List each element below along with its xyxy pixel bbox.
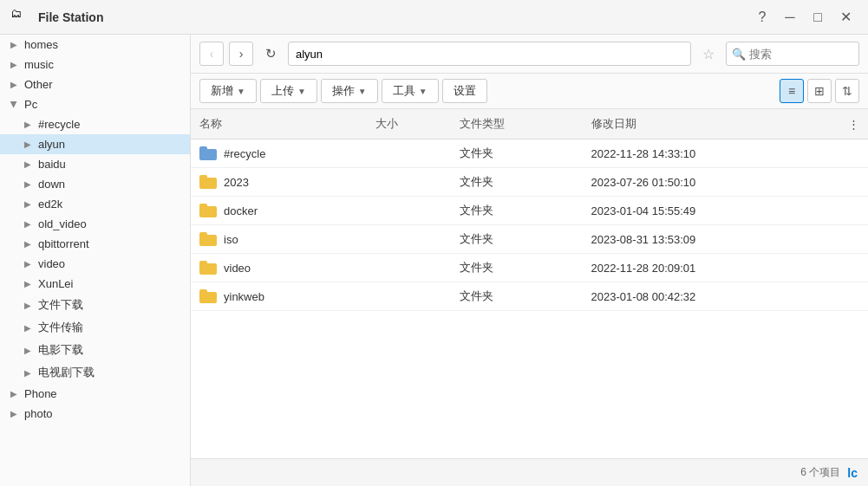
sidebar-item-baidu[interactable]: ▶baidu	[0, 154, 190, 174]
actionbar: 新增 ▼ 上传 ▼ 操作 ▼ 工具 ▼ 设置 ≡ ⊞ ⇅	[191, 74, 868, 109]
sidebar-label-qbittorrent: qbittorrent	[38, 237, 89, 250]
titlebar: 🗂 File Station ? ─ □ ✕	[0, 0, 868, 35]
maximize-button[interactable]: □	[806, 5, 830, 29]
file-table: 名称 大小 文件类型 修改日期 ⋮ #recycle文件夹2022-11-28 …	[191, 109, 868, 458]
sidebar-item-ed2k[interactable]: ▶ed2k	[0, 194, 190, 214]
tools-button[interactable]: 工具 ▼	[382, 79, 439, 103]
sidebar-label-pc: Pc	[24, 98, 37, 111]
sidebar-label-ed2k: ed2k	[38, 198, 62, 211]
file-date: 2022-11-28 14:33:10	[583, 139, 839, 168]
sidebar-label-old_video: old_video	[38, 217, 87, 230]
back-button[interactable]: ‹	[199, 42, 224, 66]
upload-label: 上传	[271, 83, 294, 99]
file-more-button[interactable]	[839, 254, 868, 282]
forward-button[interactable]: ›	[229, 42, 253, 66]
sort-button[interactable]: ⇅	[835, 79, 859, 103]
statusbar: 6 个项目 lc	[191, 458, 868, 486]
file-more-button[interactable]	[839, 282, 868, 311]
view-controls: ≡ ⊞ ⇅	[780, 79, 859, 103]
action-arrow: ▼	[358, 87, 367, 96]
close-button[interactable]: ✕	[833, 5, 858, 29]
col-type: 文件类型	[451, 109, 583, 139]
sidebar-item-old_video[interactable]: ▶old_video	[0, 214, 190, 234]
new-arrow: ▼	[237, 87, 245, 96]
sidebar-item-phone[interactable]: ▶Phone	[0, 384, 190, 404]
file-size	[367, 168, 451, 197]
action-button[interactable]: 操作 ▼	[321, 79, 378, 103]
new-button[interactable]: 新增 ▼	[199, 79, 257, 103]
file-more-button[interactable]	[839, 139, 868, 168]
sidebar-item-music[interactable]: ▶music	[0, 55, 190, 75]
sidebar-item-video[interactable]: ▶video	[0, 254, 190, 274]
sidebar-arrow-old_video: ▶	[21, 219, 35, 229]
sidebar-item-pc[interactable]: ▶Pc	[0, 94, 190, 114]
table-row[interactable]: docker文件夹2023-01-04 15:55:49	[191, 197, 868, 225]
file-more-button[interactable]	[839, 225, 868, 254]
sidebar-item-alyun[interactable]: ▶alyun	[0, 134, 190, 154]
bookmark-button[interactable]: ☆	[696, 42, 721, 66]
sidebar-item-filedown[interactable]: ▶文件下载	[0, 294, 190, 316]
window-controls: ? ─ □ ✕	[750, 5, 858, 29]
file-type: 文件夹	[451, 168, 583, 197]
new-label: 新增	[211, 83, 233, 99]
sidebar-arrow-filedown: ▶	[21, 301, 35, 310]
file-date: 2023-01-08 00:42:32	[583, 282, 839, 311]
action-label: 操作	[332, 83, 355, 99]
file-size	[367, 282, 451, 311]
refresh-button[interactable]: ↻	[258, 42, 283, 66]
search-box: 🔍	[726, 42, 859, 66]
help-button[interactable]: ?	[750, 5, 774, 29]
file-name: docker	[224, 204, 258, 217]
item-count: 6 个项目	[800, 465, 840, 480]
file-type: 文件夹	[451, 282, 583, 311]
sidebar-item-down[interactable]: ▶down	[0, 174, 190, 194]
sidebar-arrow-music: ▶	[7, 60, 21, 69]
sidebar-arrow-homes: ▶	[7, 40, 21, 49]
file-size	[367, 254, 451, 282]
sidebar-item-qbittorrent[interactable]: ▶qbittorrent	[0, 234, 190, 254]
table-row[interactable]: 2023文件夹2023-07-26 01:50:10	[191, 168, 868, 197]
table-row[interactable]: iso文件夹2023-08-31 13:53:09	[191, 225, 868, 254]
content-area: ‹ › ↻ ☆ 🔍 新增 ▼ 上传 ▼ 操作 ▼	[191, 35, 868, 486]
brand-logo: lc	[847, 466, 858, 480]
sidebar-arrow-pc: ▶	[10, 98, 19, 112]
address-input[interactable]	[288, 42, 691, 66]
sidebar-arrow-recycle: ▶	[21, 120, 35, 129]
col-date: 修改日期	[583, 109, 839, 139]
folder-icon	[199, 232, 217, 246]
sidebar-item-moviedown[interactable]: ▶电影下载	[0, 339, 190, 361]
sidebar-arrow-baidu: ▶	[21, 159, 35, 169]
file-name: #recycle	[224, 147, 265, 160]
sidebar-item-xunlei[interactable]: ▶XunLei	[0, 274, 190, 294]
table-header: 名称 大小 文件类型 修改日期 ⋮	[191, 109, 868, 139]
addressbar: ‹ › ↻ ☆ 🔍	[191, 35, 868, 74]
sidebar-item-other[interactable]: ▶Other	[0, 75, 190, 94]
sidebar-item-photo[interactable]: ▶photo	[0, 404, 190, 424]
grid-view-button[interactable]: ⊞	[807, 79, 832, 103]
search-input[interactable]	[749, 48, 853, 61]
minimize-button[interactable]: ─	[778, 5, 802, 29]
table-row[interactable]: yinkweb文件夹2023-01-08 00:42:32	[191, 282, 868, 311]
sidebar-item-homes[interactable]: ▶homes	[0, 35, 190, 55]
folder-icon	[199, 261, 217, 275]
sidebar-item-filetransfer[interactable]: ▶文件传输	[0, 316, 190, 339]
sidebar-label-tvdown: 电视剧下载	[38, 365, 95, 380]
sidebar-arrow-photo: ▶	[7, 409, 21, 418]
sidebar-label-xunlei: XunLei	[38, 277, 73, 290]
search-icon: 🔍	[732, 48, 746, 61]
sidebar-item-recycle[interactable]: ▶#recycle	[0, 114, 190, 134]
settings-button[interactable]: 设置	[442, 79, 487, 103]
sidebar-item-tvdown[interactable]: ▶电视剧下载	[0, 361, 190, 384]
list-view-button[interactable]: ≡	[780, 79, 804, 103]
sidebar-label-moviedown: 电影下载	[38, 342, 83, 358]
sidebar-label-filetransfer: 文件传输	[38, 320, 83, 335]
sidebar-label-down: down	[38, 178, 65, 191]
sidebar-arrow-ed2k: ▶	[21, 199, 35, 209]
file-more-button[interactable]	[839, 197, 868, 225]
col-more: ⋮	[839, 109, 868, 139]
upload-button[interactable]: 上传 ▼	[260, 79, 317, 103]
sidebar: ▶homes▶music▶Other▶Pc▶#recycle▶alyun▶bai…	[0, 35, 191, 486]
table-row[interactable]: video文件夹2022-11-28 20:09:01	[191, 254, 868, 282]
table-row[interactable]: #recycle文件夹2022-11-28 14:33:10	[191, 139, 868, 168]
file-more-button[interactable]	[839, 168, 868, 197]
